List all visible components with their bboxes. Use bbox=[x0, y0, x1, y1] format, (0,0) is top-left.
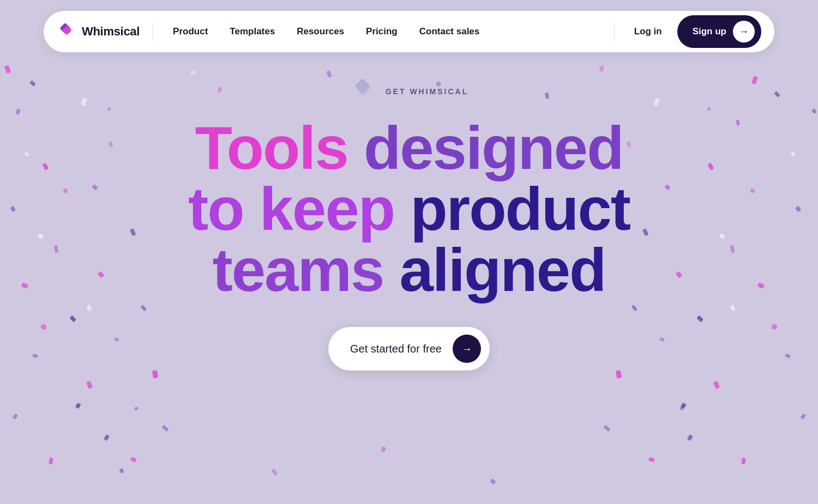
brand-logo[interactable]: Whimsical bbox=[57, 22, 140, 41]
headline-word-product: product bbox=[410, 175, 630, 243]
svg-rect-69 bbox=[719, 234, 725, 239]
headline-word-to-keep: to keep bbox=[188, 175, 394, 243]
svg-rect-24 bbox=[130, 457, 136, 462]
svg-rect-54 bbox=[381, 446, 386, 452]
nav-item-pricing[interactable]: Pricing bbox=[355, 22, 408, 41]
nav-divider-right bbox=[614, 22, 615, 41]
svg-point-59 bbox=[63, 189, 68, 193]
svg-rect-57 bbox=[190, 70, 195, 75]
svg-rect-13 bbox=[119, 468, 124, 473]
nav-item-resources[interactable]: Resources bbox=[286, 22, 355, 41]
svg-rect-14 bbox=[81, 98, 87, 106]
svg-rect-11 bbox=[104, 434, 110, 441]
svg-rect-56 bbox=[490, 478, 496, 484]
svg-rect-9 bbox=[86, 381, 93, 389]
svg-rect-32 bbox=[696, 315, 703, 323]
svg-rect-30 bbox=[730, 245, 735, 253]
svg-rect-35 bbox=[801, 414, 806, 420]
svg-rect-16 bbox=[92, 184, 98, 190]
cta-button[interactable]: Get started for free → bbox=[328, 327, 490, 371]
hero-headline: Tools designed to keep product teams ali… bbox=[164, 118, 654, 301]
svg-rect-48 bbox=[603, 425, 610, 432]
svg-rect-67 bbox=[38, 234, 44, 239]
svg-rect-4 bbox=[10, 206, 16, 212]
svg-rect-58 bbox=[599, 65, 604, 72]
cta-label: Get started for free bbox=[350, 343, 442, 355]
headline-line-1: Tools designed bbox=[164, 118, 654, 179]
svg-rect-25 bbox=[751, 76, 758, 84]
logo-icon bbox=[57, 22, 76, 41]
svg-rect-46 bbox=[616, 370, 622, 378]
svg-rect-17 bbox=[130, 228, 136, 236]
badge-text: GET WHIMSICAL bbox=[386, 87, 469, 96]
svg-point-64 bbox=[707, 107, 711, 111]
nav-right: Log in Sign up → bbox=[603, 15, 761, 48]
svg-rect-72 bbox=[790, 151, 796, 157]
svg-point-61 bbox=[41, 324, 46, 330]
svg-rect-34 bbox=[713, 381, 720, 389]
headline-word-aligned: aligned bbox=[399, 236, 605, 304]
svg-rect-49 bbox=[648, 457, 654, 462]
svg-rect-29 bbox=[796, 206, 802, 212]
main-nav: Product Templates Resources Pricing Cont… bbox=[162, 22, 603, 41]
svg-point-62 bbox=[135, 407, 138, 410]
headline-line-2: to keep product bbox=[164, 179, 654, 240]
svg-rect-7 bbox=[69, 315, 76, 323]
svg-rect-41 bbox=[664, 184, 670, 190]
svg-point-65 bbox=[772, 324, 777, 330]
hero-section: GET WHIMSICAL Tools designed to keep pro… bbox=[164, 76, 654, 371]
svg-point-66 bbox=[680, 407, 683, 410]
cta-arrow-icon: → bbox=[453, 335, 481, 363]
svg-rect-36 bbox=[687, 434, 693, 441]
nav-item-contact-sales[interactable]: Contact sales bbox=[408, 22, 491, 41]
nav-item-product[interactable]: Product bbox=[162, 22, 219, 41]
signup-button[interactable]: Sign up → bbox=[677, 15, 761, 48]
svg-rect-26 bbox=[736, 119, 740, 125]
svg-rect-70 bbox=[730, 305, 736, 312]
svg-rect-3 bbox=[42, 163, 49, 171]
svg-rect-15 bbox=[109, 141, 113, 147]
navbar: Whimsical Product Templates Resources Pr… bbox=[44, 11, 774, 52]
svg-rect-38 bbox=[811, 108, 816, 114]
svg-rect-0 bbox=[4, 65, 11, 74]
svg-rect-68 bbox=[86, 305, 93, 312]
svg-rect-23 bbox=[161, 425, 169, 432]
brand-name: Whimsical bbox=[82, 25, 140, 39]
svg-rect-20 bbox=[114, 337, 119, 342]
svg-rect-18 bbox=[98, 271, 104, 278]
headline-word-designed: designed bbox=[364, 114, 623, 182]
svg-rect-1 bbox=[16, 108, 20, 114]
signup-label: Sign up bbox=[693, 26, 726, 37]
svg-rect-12 bbox=[49, 458, 53, 465]
hero-badge: GET WHIMSICAL bbox=[164, 76, 654, 107]
svg-rect-31 bbox=[757, 282, 765, 289]
svg-point-60 bbox=[107, 107, 111, 111]
svg-rect-55 bbox=[271, 468, 278, 476]
svg-rect-45 bbox=[659, 337, 665, 342]
svg-rect-28 bbox=[707, 163, 714, 171]
svg-rect-8 bbox=[32, 354, 38, 358]
svg-rect-6 bbox=[21, 282, 28, 289]
headline-line-3: teams aligned bbox=[164, 240, 654, 301]
svg-rect-22 bbox=[75, 403, 81, 409]
svg-rect-27 bbox=[774, 91, 780, 97]
badge-logo-icon bbox=[350, 76, 380, 107]
svg-point-63 bbox=[750, 189, 755, 193]
nav-item-templates[interactable]: Templates bbox=[219, 22, 286, 41]
svg-rect-5 bbox=[54, 245, 58, 253]
nav-divider-left bbox=[153, 22, 153, 41]
signup-arrow-icon: → bbox=[733, 21, 755, 42]
headline-word-teams: teams bbox=[213, 236, 384, 304]
svg-rect-33 bbox=[785, 354, 790, 358]
headline-word-tools: Tools bbox=[195, 114, 347, 182]
login-button[interactable]: Log in bbox=[625, 22, 671, 41]
svg-rect-10 bbox=[13, 414, 18, 420]
svg-rect-37 bbox=[741, 458, 746, 465]
svg-rect-21 bbox=[152, 370, 158, 378]
svg-rect-2 bbox=[29, 80, 35, 86]
svg-rect-47 bbox=[681, 403, 687, 409]
svg-rect-19 bbox=[140, 305, 147, 311]
svg-rect-71 bbox=[24, 151, 29, 157]
svg-rect-43 bbox=[676, 271, 682, 278]
